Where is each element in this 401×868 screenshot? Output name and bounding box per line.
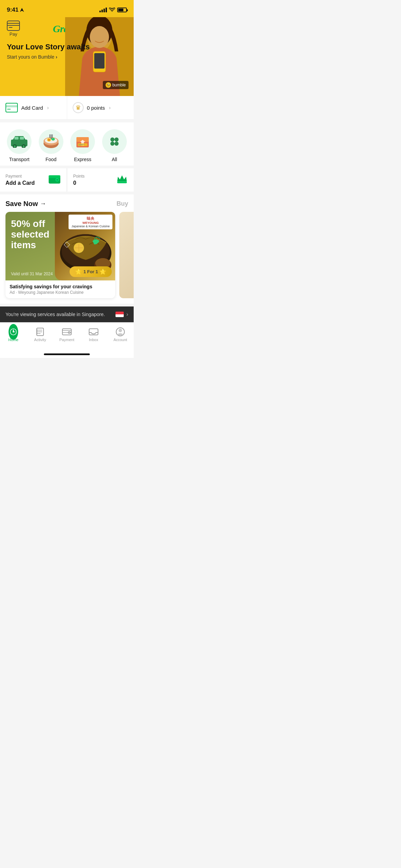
promos-right-label: Buy bbox=[117, 200, 128, 207]
location-banner[interactable]: You're viewing services available in Sin… bbox=[0, 306, 134, 322]
svg-point-37 bbox=[110, 142, 114, 146]
payment-cell[interactable]: Payment Add a Card bbox=[0, 168, 66, 192]
services-grid: Transport Food bbox=[0, 122, 134, 166]
activity-label: Activity bbox=[34, 338, 46, 342]
promos-section: Save Now → Buy bbox=[0, 194, 134, 304]
service-express[interactable]: Express bbox=[69, 129, 96, 162]
nav-activity[interactable]: Activity bbox=[27, 325, 53, 344]
promo-store-name: Satisfying savings for your cravings bbox=[10, 284, 111, 289]
transport-label: Transport bbox=[9, 157, 29, 162]
svg-rect-32 bbox=[78, 143, 87, 146]
points-label: 0 points bbox=[87, 105, 105, 111]
status-bar: 9:41 bbox=[0, 0, 134, 17]
payment-label: Payment bbox=[59, 338, 74, 342]
restaurant-name-chinese: 味央 bbox=[71, 216, 110, 221]
svg-point-62 bbox=[37, 333, 38, 334]
food-label: Food bbox=[46, 157, 57, 162]
hero-title: Your Love Story awaits bbox=[7, 42, 127, 52]
all-dots-icon bbox=[106, 133, 123, 150]
one-for-one-badge: ⭐ 1 For 1 ⭐ bbox=[70, 266, 112, 277]
singapore-flag bbox=[116, 312, 124, 317]
all-icon-circle bbox=[102, 129, 127, 154]
svg-rect-19 bbox=[20, 137, 24, 140]
svg-rect-12 bbox=[7, 109, 11, 110]
crown-icon bbox=[116, 173, 128, 187]
nav-payment[interactable]: Payment bbox=[53, 325, 80, 344]
activity-icon bbox=[35, 327, 45, 336]
food-icon-circle bbox=[39, 129, 63, 154]
add-card-action[interactable]: Add Card › bbox=[0, 96, 67, 119]
location-chevron: › bbox=[126, 311, 128, 317]
wallet-svg-icon bbox=[48, 174, 61, 184]
express-box-icon bbox=[74, 134, 92, 149]
svg-point-17 bbox=[23, 145, 25, 147]
car-icon bbox=[10, 135, 28, 148]
pay-button[interactable]: Pay bbox=[7, 21, 20, 37]
service-transport[interactable]: Transport bbox=[5, 129, 33, 162]
svg-point-38 bbox=[114, 142, 119, 146]
promo-text-overlay: 50% off selected items ◇ bbox=[11, 219, 49, 250]
location-arrow-icon bbox=[20, 8, 24, 12]
transport-icon bbox=[7, 129, 32, 154]
location-right: › bbox=[116, 311, 128, 317]
pay-label: Pay bbox=[10, 32, 17, 37]
svg-point-25 bbox=[51, 138, 55, 141]
hero-banner: Pay Grab 🐝 bumble bbox=[0, 17, 134, 96]
account-avatar-icon bbox=[116, 327, 125, 337]
svg-point-60 bbox=[37, 330, 38, 331]
pay-icon bbox=[7, 21, 20, 31]
payment-icon bbox=[62, 327, 72, 336]
promo-info: Satisfying savings for your cravings Ad … bbox=[5, 280, 115, 298]
hero-text: Your Love Story awaits Start yours on Bu… bbox=[7, 42, 127, 60]
account-icon bbox=[116, 327, 125, 336]
activity-list-icon bbox=[36, 327, 45, 336]
svg-point-35 bbox=[110, 137, 114, 142]
points-cell[interactable]: Points 0 bbox=[68, 168, 134, 192]
promos-header: Save Now → Buy bbox=[0, 200, 134, 212]
nav-inbox[interactable]: Inbox bbox=[80, 325, 107, 344]
status-icons bbox=[99, 8, 127, 12]
add-card-label: Add Card bbox=[21, 105, 43, 111]
home-icon bbox=[9, 327, 18, 336]
crown-svg-icon bbox=[116, 173, 128, 184]
promo-discount-text: 50% off selected items bbox=[11, 219, 49, 250]
svg-rect-10 bbox=[6, 103, 17, 112]
nav-account[interactable]: Account bbox=[107, 325, 134, 344]
promo-card-partial[interactable] bbox=[119, 212, 134, 298]
inbox-label: Inbox bbox=[89, 338, 98, 342]
status-time: 9:41 bbox=[7, 7, 24, 13]
service-food[interactable]: Food bbox=[37, 129, 65, 162]
nav-home[interactable]: Home bbox=[0, 325, 27, 344]
svg-rect-43 bbox=[117, 182, 127, 183]
points-action[interactable]: ♛ 0 points › bbox=[67, 96, 134, 119]
svg-rect-40 bbox=[49, 176, 60, 178]
bottom-nav: Home Activity Payment bbox=[0, 322, 134, 351]
svg-rect-2 bbox=[7, 23, 20, 25]
home-indicator bbox=[0, 351, 134, 358]
svg-point-24 bbox=[48, 139, 50, 141]
add-card-icon bbox=[5, 103, 18, 112]
inbox-tray-icon bbox=[89, 328, 98, 336]
all-label: All bbox=[112, 157, 117, 162]
signal-icon bbox=[99, 8, 107, 12]
promos-title: Save Now → bbox=[5, 200, 46, 208]
quick-actions-bar: Add Card › ♛ 0 points › bbox=[0, 96, 134, 120]
payment-wallet-icon bbox=[62, 328, 72, 336]
inbox-icon bbox=[89, 327, 98, 336]
svg-point-42 bbox=[56, 179, 58, 181]
home-indicator-bar bbox=[44, 353, 90, 355]
svg-marker-0 bbox=[20, 8, 24, 12]
service-all[interactable]: All bbox=[101, 129, 128, 162]
svg-point-16 bbox=[14, 145, 16, 147]
svg-point-61 bbox=[37, 331, 38, 333]
promos-scroll[interactable]: 味央 WEYOUNG Japanese & Korean Cuisine 50%… bbox=[0, 212, 134, 304]
restaurant-type: Japanese & Korean Cuisine bbox=[71, 225, 110, 228]
account-label: Account bbox=[113, 338, 127, 342]
payment-points-strip: Payment Add a Card Points 0 bbox=[0, 168, 134, 192]
location-text: You're viewing services available in Sin… bbox=[5, 312, 105, 317]
compass-icon bbox=[10, 328, 17, 336]
points-chevron: › bbox=[109, 105, 111, 110]
restaurant-tag: 味央 WEYOUNG Japanese & Korean Cuisine bbox=[69, 215, 112, 229]
svg-point-36 bbox=[114, 137, 119, 142]
promo-card-weyoung[interactable]: 味央 WEYOUNG Japanese & Korean Cuisine 50%… bbox=[5, 212, 115, 298]
